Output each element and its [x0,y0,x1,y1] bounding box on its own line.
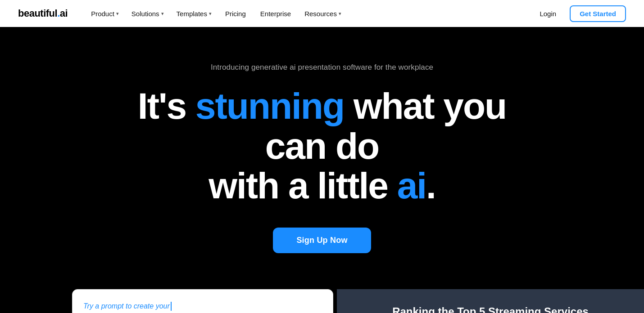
get-started-button[interactable]: Get Started [570,5,626,22]
prompt-input-area: Try a prompt to create your [83,302,322,311]
hero-headline-part3: with a little [209,165,397,206]
nav-label-pricing: Pricing [225,10,246,18]
nav-label-product: Product [91,10,114,18]
nav-item-solutions[interactable]: Solutions ▾ [126,6,169,21]
hero-headline: It's stunning what you can do with a lit… [106,86,538,206]
logo-ai: ai [60,8,68,19]
nav-item-templates[interactable]: Templates ▾ [171,6,217,21]
nav-item-enterprise[interactable]: Enterprise [254,6,297,21]
streaming-card-title: Ranking the Top 5 Streaming Services [392,305,589,313]
nav-links: Product ▾ Solutions ▾ Templates ▾ Pricin… [86,6,533,21]
hero-headline-part1: It's [138,85,195,126]
chevron-down-icon: ▾ [209,11,212,17]
login-button[interactable]: Login [533,6,562,21]
chevron-down-icon: ▾ [161,11,164,17]
chevron-down-icon: ▾ [116,11,119,17]
nav-label-solutions: Solutions [132,10,159,18]
navbar: beautiful.ai Product ▾ Solutions ▾ Templ… [0,0,644,27]
logo-beautiful: beautiful [18,8,57,19]
nav-label-enterprise: Enterprise [260,10,291,18]
nav-label-templates: Templates [177,10,207,18]
nav-item-resources[interactable]: Resources ▾ [299,6,347,21]
hero-subtitle: Introducing generative ai presentation s… [211,63,433,72]
chevron-down-icon: ▾ [339,11,341,17]
prompt-placeholder-text: Try a prompt to create your [83,302,170,310]
logo-text: beautiful.ai [18,8,68,19]
logo[interactable]: beautiful.ai [18,8,68,19]
nav-item-product[interactable]: Product ▾ [86,6,124,21]
streaming-card: Ranking the Top 5 Streaming Services [337,289,644,313]
nav-right: Login Get Started [533,5,626,22]
text-cursor [171,302,172,311]
bottom-cards: Try a prompt to create your Make your sl… [0,289,644,313]
nav-item-pricing[interactable]: Pricing [219,6,252,21]
nav-label-resources: Resources [304,10,337,18]
signup-now-button[interactable]: Sign Up Now [273,228,371,253]
hero-headline-ai: ai [397,165,426,206]
prompt-card[interactable]: Try a prompt to create your Make your sl… [72,289,333,313]
hero-headline-period: . [426,165,435,206]
hero-section: Introducing generative ai presentation s… [0,27,644,280]
hero-headline-stunning: stunning [195,85,344,126]
